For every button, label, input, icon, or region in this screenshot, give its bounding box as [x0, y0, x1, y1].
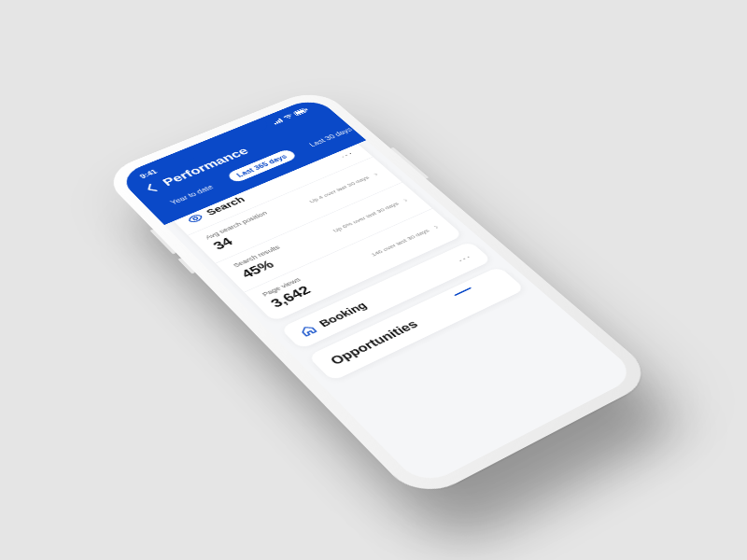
back-button[interactable]	[144, 183, 160, 195]
opportunities-section: Opportunities	[307, 266, 525, 381]
row-delta: 146 over last 30 days	[370, 228, 431, 258]
signal-icon	[272, 118, 286, 126]
status-time: 9:41	[138, 169, 159, 180]
svg-point-8	[192, 217, 198, 220]
chevron-right-icon: ›	[430, 223, 441, 231]
svg-rect-6	[295, 109, 305, 115]
booking-card-menu[interactable]: ···	[455, 252, 474, 264]
booking-card-title: Booking	[317, 301, 369, 329]
chevron-left-icon	[144, 183, 159, 193]
svg-rect-0	[275, 123, 277, 125]
svg-point-4	[289, 117, 291, 118]
tab-truncated[interactable]: Las	[362, 107, 398, 126]
row-value: 3,642	[268, 284, 316, 311]
eye-icon	[187, 213, 204, 224]
chevron-right-icon: ›	[400, 196, 410, 203]
chevron-right-icon: ›	[371, 170, 381, 177]
battery-icon	[292, 107, 310, 117]
wifi-icon	[282, 113, 296, 121]
tab-indicator	[454, 287, 472, 296]
phone-mockup: 9:41	[100, 87, 659, 502]
home-icon	[298, 324, 319, 338]
opportunities-title: Opportunities	[328, 318, 420, 367]
